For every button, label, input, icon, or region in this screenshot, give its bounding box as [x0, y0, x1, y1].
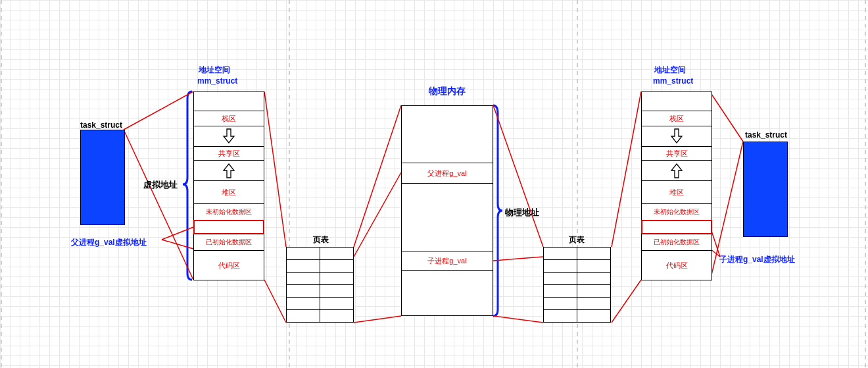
- ptl-r2c1: [320, 272, 354, 285]
- diagram-canvas[interactable]: 地址空间 mm_struct 地址空间 mm_struct 物理内存 task_…: [0, 0, 868, 368]
- mm-right-highlight: [641, 220, 712, 234]
- label-parent-gval-vaddr: 父进程g_val虚拟地址: [71, 237, 147, 248]
- arrow-down-icon: [222, 128, 235, 144]
- mm-right-shared: 共享区: [641, 146, 712, 161]
- ptr-r1c1: [577, 259, 611, 273]
- label-child-gval-vaddr: 子进程g_val虚拟地址: [719, 254, 795, 265]
- label-address-space-right: 地址空间: [654, 65, 686, 76]
- arrow-up-icon: [670, 163, 683, 178]
- phys-row-0: [401, 105, 493, 163]
- task-struct-left-box[interactable]: [80, 130, 125, 225]
- label-mm-struct-left: mm_struct: [197, 76, 237, 86]
- ptl-r4c0: [286, 297, 320, 310]
- ptr-r4c0: [543, 297, 577, 310]
- mm-left-heap: 堆区: [193, 180, 264, 204]
- mm-left-highlight: [193, 220, 264, 234]
- ptl-r5c1: [320, 309, 354, 323]
- mm-left-data: 已初始化数据区: [193, 234, 264, 251]
- arrow-up-icon: [222, 163, 235, 178]
- label-address-space-left: 地址空间: [199, 65, 230, 76]
- mm-right-code: 代码区: [641, 250, 712, 280]
- mm-right-empty-top: [641, 92, 712, 111]
- label-physical-memory: 物理内存: [429, 86, 466, 97]
- ptr-r5c1: [577, 309, 611, 323]
- mm-right-stack: 栈区: [641, 111, 712, 126]
- ptl-r5c0: [286, 309, 320, 323]
- ptr-r1c0: [543, 259, 577, 273]
- phys-row-4: [401, 270, 493, 316]
- label-virtual-address: 虚拟地址: [143, 179, 178, 191]
- ptl-r3c1: [320, 284, 354, 298]
- mm-left-stack: 栈区: [193, 111, 264, 126]
- ptl-r1c1: [320, 259, 354, 273]
- label-mm-struct-right: mm_struct: [653, 76, 693, 86]
- mm-right-data: 已初始化数据区: [641, 234, 712, 251]
- label-page-table-left: 页表: [313, 234, 329, 246]
- ptl-r2c0: [286, 272, 320, 285]
- ptl-r1c0: [286, 259, 320, 273]
- ptr-r3c0: [543, 284, 577, 298]
- task-struct-right-box[interactable]: [743, 142, 788, 237]
- phys-child-gval: 子进程g_val: [401, 251, 493, 271]
- label-page-table-right: 页表: [569, 234, 585, 246]
- mm-left-empty-top: [193, 92, 264, 111]
- ptr-r0c1: [577, 247, 611, 260]
- mm-right-arrow-down-cell: [641, 126, 712, 147]
- ptl-r3c0: [286, 284, 320, 298]
- mm-left-shared: 共享区: [193, 146, 264, 161]
- arrow-down-icon: [670, 128, 683, 144]
- ptl-r4c1: [320, 297, 354, 310]
- ptr-r2c0: [543, 272, 577, 285]
- mm-right-arrow-up-cell: [641, 160, 712, 181]
- label-physical-address: 物理地址: [505, 207, 539, 219]
- mm-left-arrow-down-cell: [193, 126, 264, 147]
- ptl-r0c1: [320, 247, 354, 260]
- ptr-r2c1: [577, 272, 611, 285]
- label-task-struct-right: task_struct: [745, 130, 787, 140]
- mm-left-arrow-up-cell: [193, 160, 264, 181]
- ptr-r3c1: [577, 284, 611, 298]
- phys-row-2: [401, 183, 493, 251]
- mm-left-code: 代码区: [193, 250, 264, 280]
- label-task-struct-left: task_struct: [80, 120, 122, 130]
- mm-right-bss: 未初始化数据区: [641, 203, 712, 221]
- ptr-r0c0: [543, 247, 577, 260]
- ptr-r4c1: [577, 297, 611, 310]
- ptl-r0c0: [286, 247, 320, 260]
- ptr-r5c0: [543, 309, 577, 323]
- mm-right-heap: 堆区: [641, 180, 712, 204]
- phys-parent-gval: 父进程g_val: [401, 163, 493, 184]
- mm-left-bss: 未初始化数据区: [193, 203, 264, 221]
